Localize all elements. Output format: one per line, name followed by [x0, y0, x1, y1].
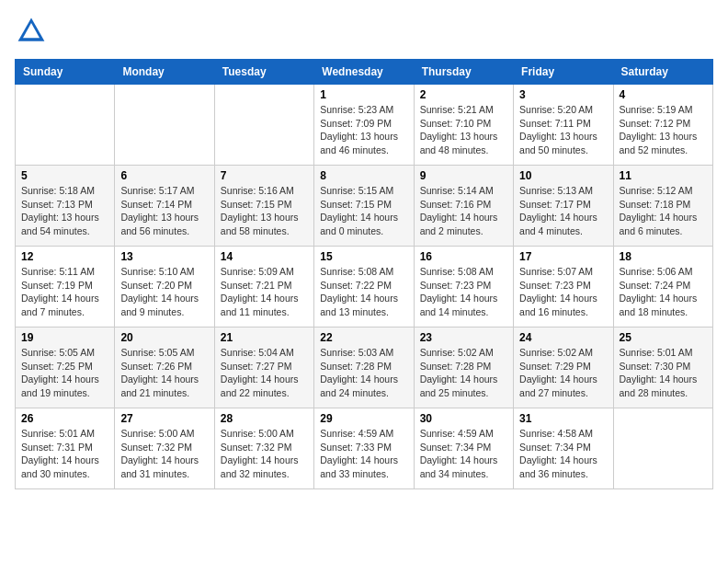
- day-number: 10: [519, 169, 607, 182]
- day-number: 17: [519, 250, 607, 263]
- day-info: Sunrise: 5:17 AM Sunset: 7:14 PM Dayligh…: [120, 184, 208, 238]
- calendar-week-row: 1Sunrise: 5:23 AM Sunset: 7:09 PM Daylig…: [16, 85, 713, 166]
- calendar-week-row: 19Sunrise: 5:05 AM Sunset: 7:25 PM Dayli…: [16, 327, 713, 408]
- day-number: 27: [120, 412, 208, 425]
- calendar-cell: 24Sunrise: 5:02 AM Sunset: 7:29 PM Dayli…: [514, 327, 613, 408]
- calendar-header-sunday: Sunday: [16, 60, 115, 85]
- day-info: Sunrise: 5:10 AM Sunset: 7:20 PM Dayligh…: [120, 265, 208, 319]
- day-info: Sunrise: 5:11 AM Sunset: 7:19 PM Dayligh…: [21, 265, 108, 319]
- calendar-cell: 26Sunrise: 5:01 AM Sunset: 7:31 PM Dayli…: [16, 408, 115, 489]
- calendar-cell: 14Sunrise: 5:09 AM Sunset: 7:21 PM Dayli…: [214, 247, 313, 327]
- day-number: 12: [21, 250, 108, 263]
- calendar-cell: 28Sunrise: 5:00 AM Sunset: 7:32 PM Dayli…: [214, 408, 313, 489]
- calendar-header-tuesday: Tuesday: [214, 60, 313, 85]
- calendar-cell: 13Sunrise: 5:10 AM Sunset: 7:20 PM Dayli…: [115, 247, 214, 327]
- day-info: Sunrise: 5:18 AM Sunset: 7:13 PM Dayligh…: [21, 184, 108, 238]
- day-info: Sunrise: 5:14 AM Sunset: 7:16 PM Dayligh…: [420, 184, 507, 238]
- calendar-cell: 25Sunrise: 5:01 AM Sunset: 7:30 PM Dayli…: [613, 327, 712, 408]
- calendar-table: SundayMondayTuesdayWednesdayThursdayFrid…: [15, 59, 713, 489]
- day-info: Sunrise: 5:20 AM Sunset: 7:11 PM Dayligh…: [519, 103, 607, 157]
- day-number: 31: [519, 412, 607, 425]
- calendar-header-wednesday: Wednesday: [314, 60, 414, 85]
- calendar-cell: 21Sunrise: 5:04 AM Sunset: 7:27 PM Dayli…: [214, 327, 313, 408]
- calendar-cell: 10Sunrise: 5:13 AM Sunset: 7:17 PM Dayli…: [514, 166, 613, 247]
- calendar-week-row: 26Sunrise: 5:01 AM Sunset: 7:31 PM Dayli…: [16, 408, 713, 489]
- day-number: 30: [420, 412, 507, 425]
- day-info: Sunrise: 5:05 AM Sunset: 7:26 PM Dayligh…: [120, 346, 208, 400]
- day-number: 20: [120, 331, 208, 344]
- calendar-cell: 6Sunrise: 5:17 AM Sunset: 7:14 PM Daylig…: [115, 166, 214, 247]
- day-number: 6: [120, 169, 208, 182]
- day-number: 1: [320, 88, 407, 101]
- day-info: Sunrise: 5:19 AM Sunset: 7:12 PM Dayligh…: [620, 103, 707, 157]
- calendar-cell: 19Sunrise: 5:05 AM Sunset: 7:25 PM Dayli…: [16, 327, 115, 408]
- day-number: 5: [21, 169, 108, 182]
- logo-icon: [15, 15, 48, 48]
- day-info: Sunrise: 5:00 AM Sunset: 7:32 PM Dayligh…: [221, 427, 308, 481]
- day-number: 28: [221, 412, 308, 425]
- calendar-header-thursday: Thursday: [414, 60, 513, 85]
- day-info: Sunrise: 5:13 AM Sunset: 7:17 PM Dayligh…: [519, 184, 607, 238]
- day-number: 9: [420, 169, 507, 182]
- calendar-cell: [613, 408, 712, 489]
- calendar-cell: [115, 85, 214, 166]
- day-number: 19: [21, 331, 108, 344]
- day-number: 14: [221, 250, 308, 263]
- calendar-cell: 29Sunrise: 4:59 AM Sunset: 7:33 PM Dayli…: [314, 408, 414, 489]
- day-info: Sunrise: 5:01 AM Sunset: 7:30 PM Dayligh…: [620, 346, 707, 400]
- day-info: Sunrise: 5:23 AM Sunset: 7:09 PM Dayligh…: [320, 103, 407, 157]
- day-number: 16: [420, 250, 507, 263]
- calendar-cell: 17Sunrise: 5:07 AM Sunset: 7:23 PM Dayli…: [514, 247, 613, 327]
- calendar-cell: 23Sunrise: 5:02 AM Sunset: 7:28 PM Dayli…: [414, 327, 513, 408]
- day-number: 2: [420, 88, 507, 101]
- calendar-cell: 4Sunrise: 5:19 AM Sunset: 7:12 PM Daylig…: [613, 85, 712, 166]
- day-info: Sunrise: 5:16 AM Sunset: 7:15 PM Dayligh…: [221, 184, 308, 238]
- day-info: Sunrise: 5:21 AM Sunset: 7:10 PM Dayligh…: [420, 103, 507, 157]
- calendar-header-row: SundayMondayTuesdayWednesdayThursdayFrid…: [16, 60, 713, 85]
- calendar-cell: 2Sunrise: 5:21 AM Sunset: 7:10 PM Daylig…: [414, 85, 513, 166]
- day-info: Sunrise: 5:08 AM Sunset: 7:23 PM Dayligh…: [420, 265, 507, 319]
- day-number: 3: [519, 88, 607, 101]
- day-info: Sunrise: 5:00 AM Sunset: 7:32 PM Dayligh…: [120, 427, 208, 481]
- day-info: Sunrise: 5:09 AM Sunset: 7:21 PM Dayligh…: [221, 265, 308, 319]
- calendar-cell: 12Sunrise: 5:11 AM Sunset: 7:19 PM Dayli…: [16, 247, 115, 327]
- calendar-cell: 7Sunrise: 5:16 AM Sunset: 7:15 PM Daylig…: [214, 166, 313, 247]
- day-number: 8: [320, 169, 407, 182]
- calendar-cell: 11Sunrise: 5:12 AM Sunset: 7:18 PM Dayli…: [613, 166, 712, 247]
- logo: [15, 15, 51, 48]
- day-number: 13: [120, 250, 208, 263]
- day-number: 18: [620, 250, 707, 263]
- calendar-cell: 16Sunrise: 5:08 AM Sunset: 7:23 PM Dayli…: [414, 247, 513, 327]
- calendar-cell: 5Sunrise: 5:18 AM Sunset: 7:13 PM Daylig…: [16, 166, 115, 247]
- calendar-cell: 31Sunrise: 4:58 AM Sunset: 7:34 PM Dayli…: [514, 408, 613, 489]
- day-info: Sunrise: 4:59 AM Sunset: 7:34 PM Dayligh…: [420, 427, 507, 481]
- day-info: Sunrise: 4:59 AM Sunset: 7:33 PM Dayligh…: [320, 427, 407, 481]
- day-number: 4: [620, 88, 707, 101]
- day-info: Sunrise: 5:05 AM Sunset: 7:25 PM Dayligh…: [21, 346, 108, 400]
- day-info: Sunrise: 5:04 AM Sunset: 7:27 PM Dayligh…: [221, 346, 308, 400]
- day-number: 26: [21, 412, 108, 425]
- calendar-cell: 20Sunrise: 5:05 AM Sunset: 7:26 PM Dayli…: [115, 327, 214, 408]
- calendar-header-saturday: Saturday: [613, 60, 712, 85]
- day-info: Sunrise: 5:06 AM Sunset: 7:24 PM Dayligh…: [620, 265, 707, 319]
- day-info: Sunrise: 5:01 AM Sunset: 7:31 PM Dayligh…: [21, 427, 108, 481]
- calendar-cell: 8Sunrise: 5:15 AM Sunset: 7:15 PM Daylig…: [314, 166, 414, 247]
- calendar-cell: 27Sunrise: 5:00 AM Sunset: 7:32 PM Dayli…: [115, 408, 214, 489]
- day-info: Sunrise: 5:03 AM Sunset: 7:28 PM Dayligh…: [320, 346, 407, 400]
- day-info: Sunrise: 5:02 AM Sunset: 7:28 PM Dayligh…: [420, 346, 507, 400]
- day-info: Sunrise: 5:15 AM Sunset: 7:15 PM Dayligh…: [320, 184, 407, 238]
- calendar-cell: 3Sunrise: 5:20 AM Sunset: 7:11 PM Daylig…: [514, 85, 613, 166]
- day-info: Sunrise: 4:58 AM Sunset: 7:34 PM Dayligh…: [519, 427, 607, 481]
- calendar-cell: 1Sunrise: 5:23 AM Sunset: 7:09 PM Daylig…: [314, 85, 414, 166]
- day-info: Sunrise: 5:07 AM Sunset: 7:23 PM Dayligh…: [519, 265, 607, 319]
- day-number: 25: [620, 331, 707, 344]
- calendar-cell: [214, 85, 313, 166]
- day-number: 23: [420, 331, 507, 344]
- day-number: 22: [320, 331, 407, 344]
- page-header: [15, 15, 713, 48]
- day-info: Sunrise: 5:08 AM Sunset: 7:22 PM Dayligh…: [320, 265, 407, 319]
- calendar-week-row: 12Sunrise: 5:11 AM Sunset: 7:19 PM Dayli…: [16, 247, 713, 327]
- day-number: 24: [519, 331, 607, 344]
- calendar-cell: 18Sunrise: 5:06 AM Sunset: 7:24 PM Dayli…: [613, 247, 712, 327]
- day-number: 11: [620, 169, 707, 182]
